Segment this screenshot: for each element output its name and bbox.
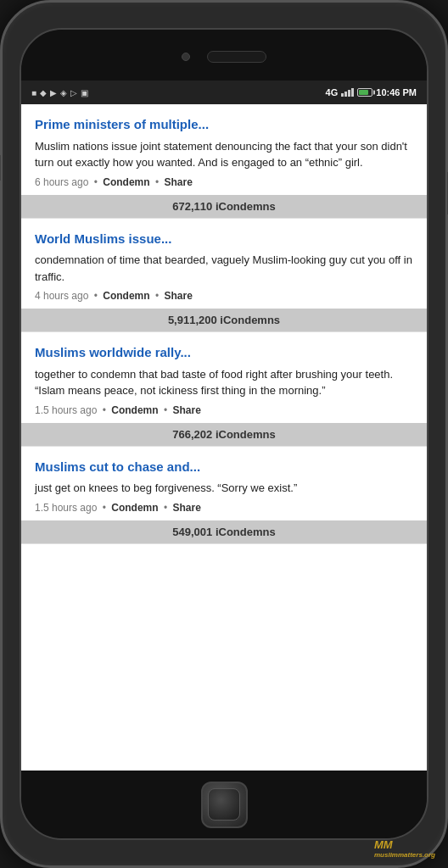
news-body: Muslim nations issue joint statement den… (35, 138, 413, 171)
camera-dot (182, 53, 190, 61)
condemns-count: 5,911,200 iCondemns (21, 309, 427, 331)
mail-icon: ◆ (40, 88, 47, 97)
speaker-grille (207, 51, 266, 63)
layers-icon: ◈ (60, 88, 67, 97)
dot-separator: • (164, 404, 171, 416)
dot-separator: • (103, 404, 109, 416)
list-item: Muslims cut to chase and... just get on … (21, 447, 427, 544)
news-title[interactable]: Muslims worldwide rally... (35, 344, 413, 361)
share-action[interactable]: Share (165, 290, 193, 302)
news-body: condemnation of time that bearded, vague… (35, 252, 413, 285)
signal-bars (341, 88, 354, 97)
news-body: together to condemn that bad taste of fo… (35, 366, 413, 399)
volume-button[interactable] (0, 155, 1, 181)
mm-logo-site: muslimmatters.org (374, 851, 435, 859)
signal-bar-4 (351, 88, 354, 97)
dot-separator: • (94, 290, 101, 302)
condemns-count: 549,001 iCondemns (21, 520, 427, 543)
screen-content: Prime ministers of multiple... Muslim na… (21, 104, 427, 771)
network-type: 4G (326, 87, 339, 97)
signal-bar-3 (348, 90, 350, 97)
status-right: 4G 10:46 PM (326, 87, 417, 97)
status-bar: ■ ◆ ▶ ◈ ▷ ▣ 4G 10:46 PM (21, 81, 427, 104)
wifi-icon: ■ (31, 88, 36, 97)
news-body: just get on knees to beg forgiveness. “S… (35, 480, 413, 497)
media-icon: ▷ (70, 88, 77, 97)
list-item: World Muslims issue... condemnation of t… (21, 219, 427, 333)
news-meta: 1.5 hours ago • Condemn • Share (35, 404, 413, 416)
time-ago: 1.5 hours ago (35, 404, 97, 416)
clock: 10:46 PM (376, 87, 417, 97)
condemn-action[interactable]: Condemn (111, 404, 158, 416)
dot-separator: • (164, 502, 171, 514)
download-icon: ▣ (81, 88, 88, 97)
list-item: Muslims worldwide rally... together to c… (21, 332, 427, 447)
news-title[interactable]: Prime ministers of multiple... (35, 116, 413, 133)
battery-fill (359, 90, 368, 95)
dot-separator: • (103, 502, 109, 514)
news-title[interactable]: World Muslims issue... (35, 231, 413, 248)
phone-frame: ■ ◆ ▶ ◈ ▷ ▣ 4G 10:46 PM (0, 0, 448, 868)
news-title[interactable]: Muslims cut to chase and... (35, 459, 413, 476)
condemn-action[interactable]: Condemn (103, 176, 149, 188)
news-list: Prime ministers of multiple... Muslim na… (21, 104, 427, 771)
news-meta: 4 hours ago • Condemn • Share (35, 290, 413, 302)
share-action[interactable]: Share (173, 404, 201, 416)
battery-icon (357, 88, 372, 97)
list-item: Prime ministers of multiple... Muslim na… (21, 104, 427, 219)
dot-separator: • (155, 290, 162, 302)
phone-screen: ■ ◆ ▶ ◈ ▷ ▣ 4G 10:46 PM (20, 28, 428, 840)
home-button-inner (208, 788, 240, 821)
status-icons: ■ ◆ ▶ ◈ ▷ ▣ (31, 88, 88, 97)
share-action[interactable]: Share (173, 502, 201, 514)
share-action[interactable]: Share (165, 176, 193, 188)
news-meta: 1.5 hours ago • Condemn • Share (35, 502, 413, 514)
signal-bar-1 (341, 93, 344, 97)
chat-icon: ▶ (50, 88, 57, 97)
dot-separator: • (155, 176, 162, 188)
condemn-action[interactable]: Condemn (103, 290, 149, 302)
phone-top-area (21, 30, 427, 81)
time-ago: 4 hours ago (35, 290, 88, 302)
dot-separator: • (94, 176, 101, 188)
condemns-count: 766,202 iCondemns (21, 423, 427, 446)
mm-logo: MM muslimmatters.org (374, 838, 435, 859)
phone-bottom (21, 771, 427, 838)
home-button[interactable] (201, 782, 248, 828)
time-ago: 6 hours ago (35, 176, 88, 188)
signal-bar-2 (344, 92, 347, 97)
condemn-action[interactable]: Condemn (111, 502, 158, 514)
news-meta: 6 hours ago • Condemn • Share (35, 176, 413, 188)
time-ago: 1.5 hours ago (35, 502, 97, 514)
condemns-count: 672,110 iCondemns (21, 195, 427, 218)
mm-logo-text: MM (374, 838, 393, 851)
